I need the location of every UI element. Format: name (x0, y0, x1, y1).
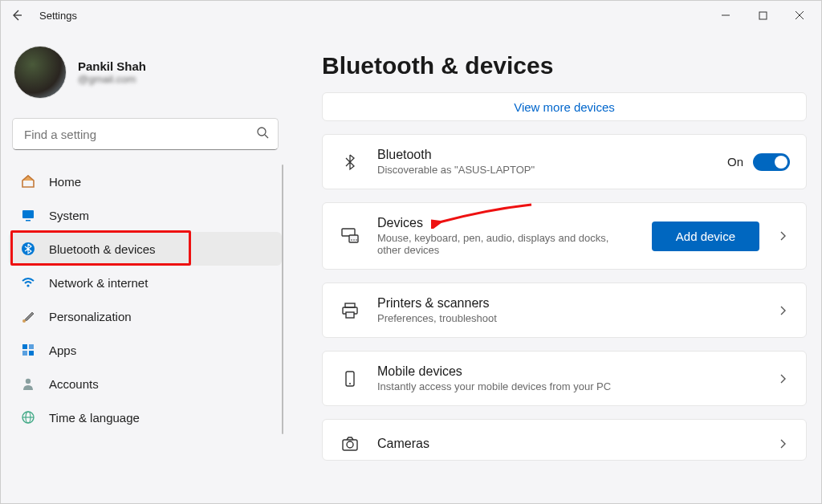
svg-rect-0 (759, 12, 767, 19)
profile-section[interactable]: Pankil Shah @gmail.com (9, 41, 282, 113)
mobile-devices-card: Mobile devices Instantly access your mob… (322, 351, 807, 406)
sidebar-item-label: Personalization (49, 310, 132, 323)
bluetooth-icon (20, 241, 36, 257)
chevron-right-icon (775, 438, 790, 449)
sidebar-item-label: Network & internet (49, 276, 148, 290)
svg-rect-7 (22, 344, 27, 349)
phone-icon (339, 368, 361, 390)
bluetooth-subtitle: Discoverable as "ASUS-LAPTOP" (377, 164, 711, 176)
sidebar-item-personalization[interactable]: Personalization (9, 299, 282, 333)
svg-rect-9 (22, 351, 27, 356)
nav: Home System Bluetooth & devices (9, 165, 282, 434)
brush-icon (20, 308, 36, 324)
sidebar-item-label: Accounts (49, 377, 99, 391)
sidebar-item-time-language[interactable]: Time & language (9, 400, 282, 434)
profile-name: Pankil Shah (78, 59, 146, 73)
avatar (14, 46, 67, 99)
cameras-title: Cameras (377, 437, 759, 451)
person-icon (20, 376, 36, 392)
apps-icon (20, 342, 36, 358)
mobile-devices-row[interactable]: Mobile devices Instantly access your mob… (323, 352, 806, 405)
sidebar-item-label: Bluetooth & devices (49, 242, 156, 256)
page-title: Bluetooth & devices (322, 52, 807, 79)
bluetooth-toggle[interactable] (753, 153, 790, 171)
svg-point-25 (347, 441, 353, 448)
window-controls (707, 2, 818, 28)
devices-row[interactable]: Devices Mouse, keyboard, pen, audio, dis… (323, 203, 806, 269)
svg-rect-10 (29, 351, 34, 356)
maximize-button[interactable] (744, 2, 781, 28)
home-icon (20, 173, 36, 189)
mobile-title: Mobile devices (377, 364, 759, 379)
titlebar: Settings (1, 1, 821, 30)
svg-point-17 (353, 239, 355, 241)
bluetooth-row[interactable]: Bluetooth Discoverable as "ASUS-LAPTOP" … (323, 135, 806, 189)
svg-point-11 (26, 379, 31, 384)
sidebar-item-apps[interactable]: Apps (9, 333, 282, 367)
search-icon (256, 126, 269, 142)
svg-point-1 (258, 128, 266, 136)
printers-title: Printers & scanners (377, 296, 759, 311)
sidebar-item-system[interactable]: System (9, 198, 282, 232)
content: Bluetooth & devices View more devices Bl… (290, 30, 821, 503)
search-wrap (12, 118, 279, 150)
window-title: Settings (39, 10, 77, 22)
printers-row[interactable]: Printers & scanners Preferences, trouble… (323, 283, 806, 337)
chevron-right-icon (775, 373, 790, 384)
back-button[interactable] (4, 2, 30, 28)
svg-point-5 (26, 284, 29, 287)
svg-point-6 (22, 319, 26, 323)
devices-title: Devices (377, 216, 636, 230)
bluetooth-card: Bluetooth Discoverable as "ASUS-LAPTOP" … (322, 134, 807, 189)
devices-subtitle: Mouse, keyboard, pen, audio, displays an… (377, 232, 626, 256)
svg-point-18 (356, 239, 357, 241)
minimize-button[interactable] (707, 2, 744, 28)
sidebar-item-label: Time & language (49, 411, 140, 425)
printer-icon (339, 299, 361, 322)
devices-icon (339, 225, 361, 247)
svg-point-23 (349, 383, 351, 384)
system-icon (20, 207, 36, 223)
maximize-icon (759, 11, 767, 20)
minimize-icon (721, 10, 730, 20)
chevron-right-icon (775, 305, 790, 316)
svg-rect-19 (345, 303, 355, 307)
arrow-left-icon (10, 9, 23, 22)
svg-rect-8 (29, 344, 34, 349)
search-input[interactable] (12, 118, 279, 150)
sidebar-item-network[interactable]: Network & internet (9, 266, 282, 299)
sidebar-item-home[interactable]: Home (9, 165, 282, 198)
sidebar: Pankil Shah @gmail.com Home (1, 30, 290, 503)
bluetooth-state-label: On (727, 155, 743, 169)
mobile-subtitle: Instantly access your mobile devices fro… (377, 380, 759, 392)
svg-rect-2 (22, 210, 34, 218)
view-more-label: View more devices (514, 100, 615, 114)
sidebar-item-label: System (49, 209, 89, 222)
printers-card: Printers & scanners Preferences, trouble… (322, 282, 807, 338)
printers-subtitle: Preferences, troubleshoot (377, 312, 759, 324)
wifi-icon (20, 274, 36, 291)
close-icon (795, 10, 804, 20)
camera-icon (339, 433, 361, 455)
add-device-button[interactable]: Add device (652, 222, 759, 251)
svg-rect-21 (346, 312, 354, 318)
svg-rect-15 (349, 235, 358, 242)
sidebar-item-accounts[interactable]: Accounts (9, 367, 282, 400)
bluetooth-icon (339, 151, 361, 173)
cameras-row[interactable]: Cameras (323, 420, 806, 460)
sidebar-item-label: Apps (49, 343, 76, 357)
profile-email: @gmail.com (78, 73, 146, 85)
cameras-card: Cameras (322, 419, 807, 461)
chevron-right-icon (775, 230, 790, 242)
settings-window: Settings Pankil Shah @gmail.com (0, 0, 822, 504)
sidebar-item-label: Home (49, 175, 81, 189)
bluetooth-title: Bluetooth (377, 148, 711, 162)
close-button[interactable] (781, 2, 818, 28)
body: Pankil Shah @gmail.com Home (1, 30, 821, 503)
devices-card: Devices Mouse, keyboard, pen, audio, dis… (322, 202, 807, 270)
svg-rect-3 (26, 220, 31, 222)
sidebar-item-bluetooth-devices[interactable]: Bluetooth & devices (9, 232, 282, 266)
svg-point-16 (351, 239, 352, 241)
view-more-devices-link[interactable]: View more devices (322, 92, 807, 121)
globe-icon (20, 409, 36, 425)
